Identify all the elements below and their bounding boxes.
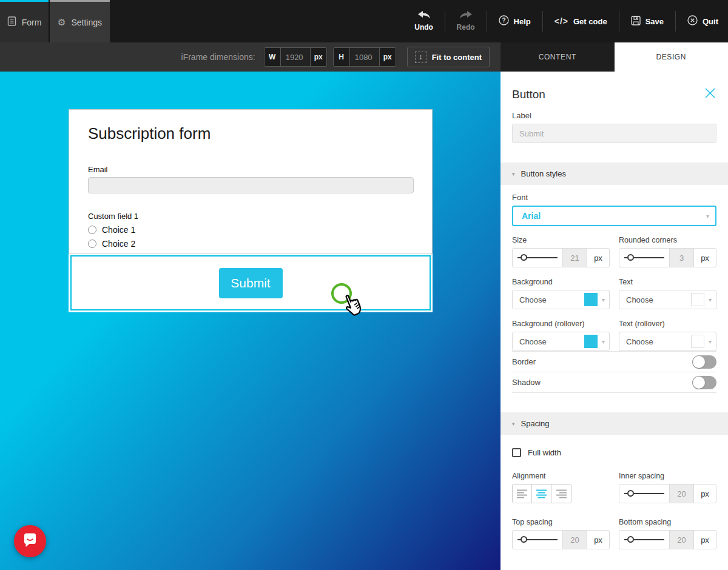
rounded-slider[interactable] [619,249,670,267]
align-center-button[interactable] [532,485,551,503]
align-left-button[interactable] [513,485,532,503]
form-icon [7,16,16,28]
separator [445,11,445,32]
full-width-label: Full width [528,448,561,457]
submit-button[interactable]: Submit [219,268,283,298]
form-preview-canvas: Subscription form Email Custom field 1 C… [0,72,500,570]
separator [675,11,676,32]
align-right-button[interactable] [551,485,571,503]
alignment-row: Alignment Inner spacing 20 [500,472,728,503]
choice1-radio[interactable] [88,226,96,234]
text-choose-label: Choose [626,295,687,304]
slider-handle[interactable] [627,254,634,261]
tab-form[interactable]: Form [0,0,49,42]
undo-label: Undo [414,23,433,32]
top-spacing-value[interactable]: 20 [563,531,587,549]
top-spacing-slider[interactable] [513,531,563,549]
button-label-input[interactable] [512,124,716,143]
text-caption: Text [619,278,716,286]
panel-tabs: CONTENT DESIGN [500,42,728,72]
section-button-styles[interactable]: ▾ Button styles [500,163,728,185]
save-button[interactable]: Save [625,16,670,27]
full-width-checkbox[interactable] [512,448,521,457]
text-rollover-swatch [691,335,704,348]
text-rollover-caption: Text (rollover) [619,320,716,328]
background-caption: Background [512,278,610,286]
section-button-styles-title: Button styles [521,169,566,178]
get-code-button[interactable]: </> Get code [548,16,613,26]
background-rollover-swatch [584,335,598,348]
form-fields-block[interactable]: Subscription form Email Custom field 1 C… [69,109,433,253]
bottom-spacing-unit: px [694,531,716,549]
choice1-label: Choice 1 [102,225,135,235]
choice2-radio[interactable] [88,240,96,248]
bottom-spacing-value[interactable]: 20 [670,531,694,549]
width-unit: px [310,48,326,66]
size-control: 21 px [512,248,610,267]
quit-label: Quit [703,17,718,26]
email-field[interactable] [88,177,414,193]
background-color-swatch [584,293,598,306]
width-input[interactable]: 1920 [281,48,310,66]
top-bar: Form ⚙ Settings Undo Redo ? Help < [0,0,728,42]
border-toggle[interactable] [692,355,716,369]
text-rollover-picker[interactable]: Choose ▾ [619,332,716,351]
top-spacing-control: 20 px [512,530,610,549]
undo-button[interactable]: Undo [409,11,439,32]
submit-block-selected[interactable]: Submit [69,253,433,312]
text-color-picker[interactable]: Choose ▾ [619,290,716,309]
help-icon: ? [499,15,509,27]
section-spacing[interactable]: ▾ Spacing [500,412,728,435]
close-icon[interactable] [704,87,716,101]
size-value[interactable]: 21 [563,249,587,267]
inner-spacing-slider[interactable] [619,485,670,503]
size-caption: Size [512,236,610,244]
slider-handle[interactable] [627,490,634,497]
inner-spacing-unit: px [694,485,716,503]
tab-content[interactable]: CONTENT [500,42,615,72]
height-input-group: H 1080 px [333,47,396,67]
inner-spacing-value[interactable]: 20 [670,485,694,503]
top-spacing-caption: Top spacing [512,518,610,526]
slider-handle[interactable] [521,536,527,543]
font-select[interactable]: Arial ▾ [512,206,716,226]
bottom-spacing-slider[interactable] [619,531,670,549]
background-rollover-choose-label: Choose [519,337,580,346]
tab-design[interactable]: DESIGN [615,42,728,72]
rounded-value[interactable]: 3 [670,249,694,267]
help-label: Help [514,17,531,26]
size-unit: px [587,249,609,267]
undo-icon [417,11,431,21]
collapse-triangle-icon: ▾ [512,421,515,427]
fit-to-content-label: Fit to content [432,53,482,62]
shadow-toggle[interactable] [692,376,716,389]
redo-button[interactable]: Redo [451,11,481,32]
size-row: Size 21 px Rounded corners 3 px [500,236,728,267]
help-button[interactable]: ? Help [493,15,537,27]
quit-button[interactable]: Quit [681,15,724,27]
inner-spacing-caption: Inner spacing [619,472,716,480]
separator [542,11,543,32]
background-color-picker[interactable]: Choose ▾ [512,290,610,309]
section-spacing-title: Spacing [521,419,550,428]
fit-to-content-button[interactable]: ↕ Fit to content [407,47,490,67]
panel-header: Button [500,72,728,101]
height-input[interactable]: 1080 [350,48,379,66]
custom-field-label: Custom field 1 [88,212,413,221]
subscription-form-card: Subscription form Email Custom field 1 C… [69,109,433,312]
redo-icon [459,11,473,21]
background-rollover-picker[interactable]: Choose ▾ [512,332,610,351]
slider-handle[interactable] [521,254,527,261]
size-slider[interactable] [513,249,563,267]
design-settings-panel: Button Label ▾ Button styles Font Arial … [500,72,728,570]
tab-settings[interactable]: ⚙ Settings [50,0,110,42]
chevron-down-icon: ▾ [709,338,712,345]
chat-bubble-icon [22,532,38,551]
choice2-label: Choice 2 [102,239,135,249]
chat-widget-button[interactable] [14,525,46,557]
email-label: Email [88,165,413,174]
top-bottom-spacing-row: Top spacing 20 px Bottom spacing 20 px [500,518,728,549]
width-prefix: W [265,48,281,66]
slider-handle[interactable] [627,536,634,543]
tab-settings-label: Settings [71,18,102,27]
